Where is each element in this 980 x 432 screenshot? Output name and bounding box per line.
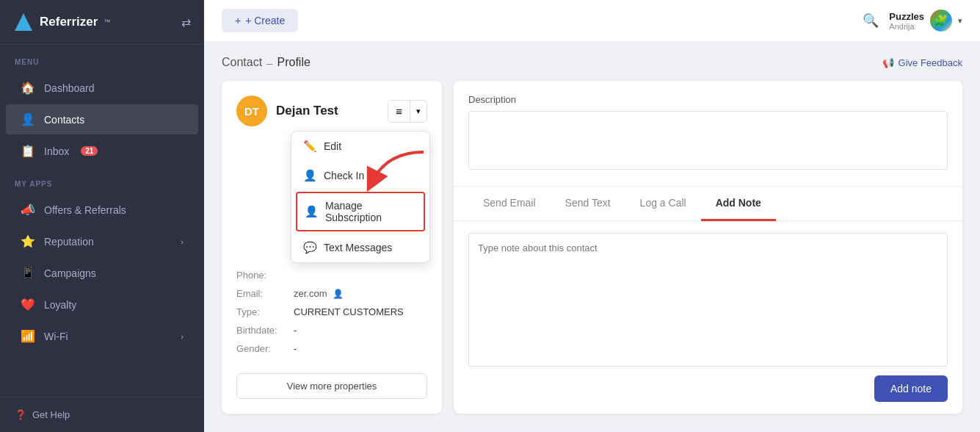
tab-send-text[interactable]: Send Text — [551, 187, 625, 221]
inbox-icon: 📋 — [21, 144, 35, 158]
contact-field-phone: Phone: — [236, 270, 427, 281]
type-value: CURRENT CUSTOMERS — [294, 306, 404, 317]
sidebar-item-label-reputation: Reputation — [44, 236, 94, 248]
email-label: Email: — [236, 288, 288, 299]
user-dropdown-chevron-icon: ▾ — [958, 16, 962, 26]
verified-icon: 👤 — [333, 289, 344, 299]
breadcrumb-separator: – — [266, 57, 272, 69]
create-button[interactable]: + + Create — [222, 9, 298, 32]
main-content: + + Create 🔍 Puzzles Andrija 🧩 ▾ Contact… — [204, 0, 980, 432]
offers-icon: 📣 — [21, 203, 35, 217]
content-columns: DT Dejan Test ≡ ▾ ✏️ Edit 👤 — [222, 81, 962, 414]
note-textarea[interactable] — [468, 233, 948, 367]
contact-name: Dejan Test — [276, 104, 338, 118]
campaigns-icon: 📱 — [21, 266, 35, 280]
dropdown-edit[interactable]: ✏️ Edit — [291, 132, 429, 161]
sidebar-item-label-offers: Offers & Referrals — [44, 204, 126, 216]
dropdown-manage-subscription[interactable]: 👤 Manage Subscription — [296, 192, 425, 231]
sidebar-item-inbox[interactable]: 📋 Inbox 21 — [6, 136, 198, 166]
add-note-button[interactable]: Add note — [874, 375, 948, 402]
sidebar-item-dashboard[interactable]: 🏠 Dashboard — [6, 73, 198, 103]
edit-icon: ✏️ — [303, 140, 316, 153]
get-help-label: Get Help — [32, 409, 70, 420]
phone-label: Phone: — [236, 270, 288, 281]
tab-send-email[interactable]: Send Email — [468, 187, 551, 221]
sidebar-item-loyalty[interactable]: ❤️ Loyalty — [6, 289, 198, 320]
sidebar-item-label-loyalty: Loyalty — [44, 299, 76, 311]
dashboard-icon: 🏠 — [21, 81, 35, 95]
dropdown-checkin[interactable]: 👤 Check In — [291, 161, 429, 190]
inbox-badge: 21 — [81, 146, 98, 156]
user-name: Puzzles — [889, 11, 924, 22]
description-section: Description — [454, 81, 962, 187]
manage-subscription-icon: 👤 — [305, 205, 318, 218]
get-help[interactable]: ❓ Get Help — [0, 397, 204, 432]
dropdown-checkin-label: Check In — [324, 170, 364, 181]
sidebar-toggle-icon[interactable]: ⇄ — [181, 15, 191, 29]
feedback-icon: 📢 — [882, 57, 894, 68]
contact-avatar: DT — [236, 96, 267, 126]
email-link[interactable]: zer.com — [294, 288, 330, 299]
loyalty-icon: ❤️ — [21, 298, 35, 312]
feedback-label: Give Feedback — [899, 57, 962, 68]
tab-add-note[interactable]: Add Note — [701, 187, 776, 221]
reputation-icon: ⭐ — [21, 234, 35, 248]
view-more-properties-button[interactable]: View more properties — [236, 373, 427, 399]
checkin-icon: 👤 — [303, 169, 316, 182]
sidebar-item-offers[interactable]: 📣 Offers & Referrals — [6, 195, 198, 225]
search-button[interactable]: 🔍 — [863, 12, 879, 29]
contact-menu-button[interactable]: ≡ ▾ — [388, 100, 427, 123]
contact-field-birthdate: Birthdate: - — [236, 325, 427, 336]
contact-card: DT Dejan Test ≡ ▾ ✏️ Edit 👤 — [222, 81, 442, 414]
text-messages-icon: 💬 — [303, 241, 316, 254]
contact-field-email: Email: zer.com 👤 — [236, 288, 427, 299]
email-value: zer.com 👤 — [294, 288, 344, 299]
my-apps-section-label: MY APPS — [0, 167, 204, 194]
user-area[interactable]: Puzzles Andrija 🧩 ▾ — [889, 10, 962, 32]
breadcrumb: Contact – Profile 📢 Give Feedback — [222, 56, 962, 69]
sidebar-item-contacts[interactable]: 👤 Contacts — [6, 104, 198, 134]
type-label: Type: — [236, 306, 288, 317]
right-panel: Description Send Email Send Text Log a C… — [454, 81, 962, 414]
create-label: + Create — [245, 15, 285, 26]
sidebar-item-label-inbox: Inbox — [44, 145, 69, 157]
svg-marker-1 — [16, 16, 31, 29]
help-icon: ❓ — [15, 409, 26, 420]
description-label: Description — [468, 94, 948, 105]
dropdown-edit-label: Edit — [324, 140, 341, 152]
dropdown-text-messages-label: Text Messages — [324, 242, 392, 253]
page-content: Contact – Profile 📢 Give Feedback DT Dej… — [204, 41, 980, 432]
sidebar-logo: Referrizer™ ⇄ — [0, 0, 204, 45]
user-sub: Andrija — [889, 22, 924, 31]
contact-field-gender: Gender: - — [236, 343, 427, 354]
birthdate-value: - — [294, 325, 297, 336]
menu-caret-icon[interactable]: ▾ — [410, 102, 427, 120]
breadcrumb-parent: Contact — [222, 56, 262, 69]
menu-section-label: MENU — [0, 45, 204, 72]
avatar-initials: DT — [244, 105, 259, 118]
sidebar-item-reputation[interactable]: ⭐ Reputation › — [6, 226, 198, 256]
contact-dropdown: ✏️ Edit 👤 Check In 👤 Manage Subscription… — [291, 131, 430, 263]
contact-header: DT Dejan Test ≡ ▾ — [236, 96, 427, 126]
topbar-right: 🔍 Puzzles Andrija 🧩 ▾ — [863, 10, 962, 32]
sidebar-item-campaigns[interactable]: 📱 Campaigns — [6, 258, 198, 288]
wifi-chevron-icon: › — [181, 332, 184, 341]
gender-label: Gender: — [236, 343, 288, 354]
breadcrumb-current: Profile — [277, 56, 310, 69]
wifi-icon: 📶 — [21, 329, 35, 343]
tab-log-call[interactable]: Log a Call — [625, 187, 701, 221]
sidebar-item-label-campaigns: Campaigns — [44, 267, 96, 279]
give-feedback-button[interactable]: 📢 Give Feedback — [882, 57, 962, 68]
sidebar-item-label-dashboard: Dashboard — [44, 82, 95, 94]
description-textarea[interactable] — [468, 111, 948, 170]
dropdown-text-messages[interactable]: 💬 Text Messages — [291, 233, 429, 262]
create-plus-icon: + — [235, 15, 241, 26]
menu-hamburger-icon[interactable]: ≡ — [388, 101, 410, 122]
sidebar-item-label-contacts: Contacts — [44, 114, 84, 126]
contacts-icon: 👤 — [21, 112, 35, 126]
contact-fields: Phone: Email: zer.com 👤 Type: CUR — [236, 270, 427, 399]
logo-icon — [13, 12, 34, 32]
sidebar-item-wifi[interactable]: 📶 Wi-Fi › — [6, 321, 198, 351]
reputation-chevron-icon: › — [181, 237, 184, 246]
dropdown-manage-subscription-label: Manage Subscription — [325, 200, 416, 223]
